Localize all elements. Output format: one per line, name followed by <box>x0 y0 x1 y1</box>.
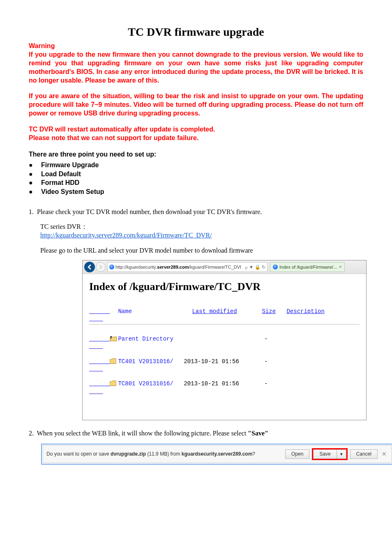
col-description[interactable]: Description <box>286 308 324 315</box>
addr-prefix: http://kguardsecurity. <box>115 264 157 270</box>
addr-domain: server289.com <box>157 264 189 270</box>
browser-address-row: http://kguardsecurity.server289.com/kgua… <box>83 260 366 274</box>
ie-icon <box>273 265 278 269</box>
directory-listing: Index of /kguard/Firmware/TC_DVR NameLas… <box>83 274 366 403</box>
col-size[interactable]: Size <box>262 308 286 315</box>
save-dropdown-button[interactable]: ▼ <box>337 449 346 459</box>
parent-directory-link[interactable]: Parent Directory <box>118 336 173 342</box>
warning-p2: If you are aware of the situation, willi… <box>29 92 363 117</box>
list-item: Format HDD <box>29 178 363 187</box>
listing-title: Index of /kguard/Firmware/TC_DVR <box>89 280 360 294</box>
table-row: TC401 V20131016/2013-10-21 01:56- <box>89 350 360 373</box>
step-text-b: "Save" <box>248 430 268 437</box>
dl-size: (11.9 MB) from <box>146 451 182 457</box>
cancel-button[interactable]: Cancel <box>350 449 378 459</box>
listing-header: NameLast modifiedSizeDescription <box>89 300 360 323</box>
list-item: Video System Setup <box>29 187 363 196</box>
firmware-url-link[interactable]: http://kguardsecurity.server289.com/kgua… <box>40 232 212 239</box>
row-mod: 2013-10-21 01:56 <box>184 358 254 365</box>
save-highlight: Save ▼ <box>312 448 347 461</box>
tab-title: Index of /kguard/Firmware/... <box>279 264 337 270</box>
step-number: 2. <box>29 430 34 437</box>
table-row: Parent Directory- <box>89 328 360 350</box>
warning-heading: Warning <box>29 42 363 51</box>
parent-dir-icon <box>110 336 116 341</box>
open-button[interactable]: Open <box>285 449 309 459</box>
warning-p3b: Please note that we can not support for … <box>29 134 363 143</box>
browser-screenshot: http://kguardsecurity.server289.com/kgua… <box>82 260 367 420</box>
setup-list: Firmware Upgrade Load Default Format HDD… <box>29 161 363 196</box>
dl-domain: kguardsecurity.server289.com <box>182 451 253 457</box>
row-size: - <box>254 358 278 365</box>
download-text: Do you want to open or save dvrupgrade.z… <box>46 451 283 458</box>
step-text: Please check your TC DVR model number, t… <box>37 208 262 215</box>
folder-icon <box>110 380 116 386</box>
step-text-a: When you select the WEB link, it will sh… <box>37 430 248 437</box>
addr-suffix: /kguard/Firmware/TC_DVI <box>189 264 241 270</box>
close-icon[interactable]: ✕ <box>380 450 388 458</box>
col-modified[interactable]: Last modified <box>192 308 262 315</box>
series-label: TC series DVR： <box>40 223 363 231</box>
address-bar[interactable]: http://kguardsecurity.server289.com/kgua… <box>107 262 267 272</box>
folder-link[interactable]: TC801 V20131016/ <box>118 380 173 387</box>
warning-p1: If you upgrade to the new firmware then … <box>29 51 363 85</box>
address-bar-icons: 𝜌 ▼ 🔒 ↻ <box>245 264 265 270</box>
folder-icon <box>110 358 116 364</box>
browser-tab[interactable]: Index of /kguard/Firmware/... ✕ <box>270 262 345 272</box>
warning-p3a: TC DVR will restart automatically after … <box>29 125 363 134</box>
list-item: Firmware Upgrade <box>29 161 363 170</box>
step-number: 1. <box>29 208 34 215</box>
step-1: 1. Please check your TC DVR model number… <box>29 208 363 255</box>
download-bar: Do you want to open or save dvrupgrade.z… <box>43 445 392 463</box>
dl-q: ? <box>252 451 255 457</box>
step-2: 2. When you select the WEB link, it will… <box>29 429 363 438</box>
dl-text-a: Do you want to open or save <box>46 451 111 457</box>
save-button[interactable]: Save <box>313 449 337 459</box>
divider <box>89 324 360 325</box>
ie-icon <box>109 265 114 269</box>
col-name[interactable]: Name <box>110 308 192 315</box>
download-bar-wrapper: Do you want to open or save dvrupgrade.z… <box>41 444 392 465</box>
close-tab-icon[interactable]: ✕ <box>339 264 342 269</box>
table-row: TC801 V20131016/2013-10-21 01:56- <box>89 373 360 395</box>
setup-heading: There are three point you need to set up… <box>29 150 363 159</box>
back-button[interactable] <box>84 262 95 272</box>
goto-text: Please go to the URL and select your DVR… <box>40 246 363 255</box>
forward-button[interactable] <box>96 262 106 272</box>
warning-section: Warning If you upgrade to the new firmwa… <box>29 42 363 142</box>
dl-filename: dvrupgrade.zip <box>111 451 146 457</box>
arrow-right-icon <box>99 265 103 269</box>
folder-link[interactable]: TC401 V20131016/ <box>118 358 173 365</box>
arrow-left-icon <box>87 264 92 270</box>
row-size: - <box>254 335 278 343</box>
page-title: TC DVR firmware upgrade <box>29 25 363 39</box>
row-mod: 2013-10-21 01:56 <box>184 380 254 387</box>
list-item: Load Default <box>29 170 363 179</box>
row-size: - <box>254 380 278 387</box>
